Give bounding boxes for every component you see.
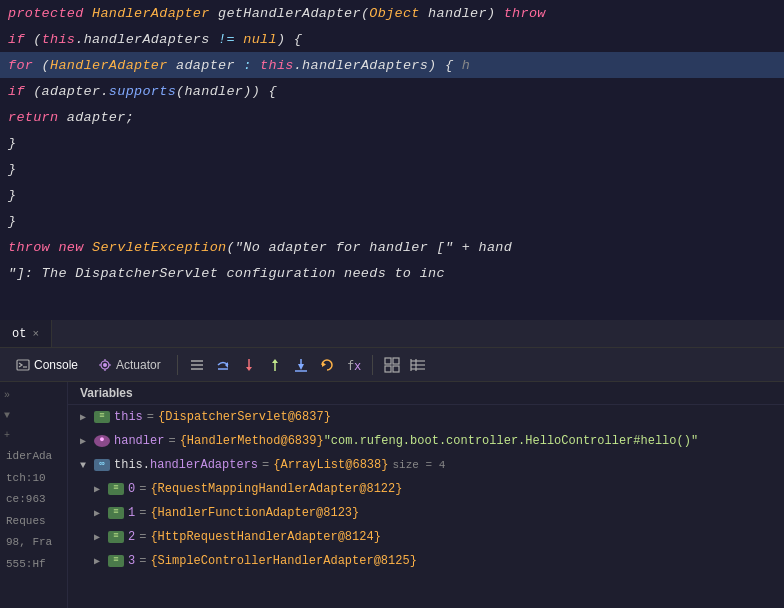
expand-arrow-icon[interactable]: ▶ — [80, 410, 94, 425]
var-value: {SimpleControllerHandlerAdapter@8125} — [150, 552, 416, 570]
left-panel-item: iderAda — [0, 446, 67, 468]
code-line: } — [0, 130, 784, 156]
actuator-icon — [98, 358, 112, 372]
code-line: "]: The DispatcherServlet configuration … — [0, 260, 784, 286]
var-type-icon: ≡ — [108, 531, 124, 543]
svg-rect-25 — [385, 366, 391, 372]
expand-arrow-icon[interactable]: ▶ — [94, 506, 108, 521]
code-line: if (this.handlerAdapters != null) { — [0, 26, 784, 52]
variable-item[interactable]: ▶≡this = {DispatcherServlet@6837} — [68, 405, 784, 429]
svg-point-3 — [103, 363, 107, 367]
svg-rect-26 — [393, 366, 399, 372]
toolbar-separator-1 — [177, 355, 178, 375]
var-name: handler — [114, 432, 164, 450]
var-type-icon: ∞ — [94, 459, 110, 471]
var-name: 0 — [128, 480, 135, 498]
var-equals: = — [262, 456, 269, 474]
variable-item[interactable]: ▶≡0 = {RequestMappingHandlerAdapter@8122… — [68, 477, 784, 501]
var-string-value: "com.rufeng.boot.controller.HelloControl… — [324, 432, 698, 450]
left-panel-item: 98, Fra — [0, 532, 67, 554]
var-name: this — [114, 408, 143, 426]
var-name: 1 — [128, 504, 135, 522]
var-equals: = — [139, 528, 146, 546]
var-type-icon: ≡ — [94, 411, 110, 423]
var-value: {DispatcherServlet@6837} — [158, 408, 331, 426]
svg-marker-20 — [322, 362, 326, 367]
expand-arrow-icon[interactable]: ▶ — [80, 434, 94, 449]
var-equals: = — [139, 480, 146, 498]
code-line: throw new ServletException("No adapter f… — [0, 234, 784, 260]
var-type-icon: ● — [94, 435, 110, 447]
left-panel-item: Reques — [0, 511, 67, 533]
svg-rect-24 — [393, 358, 399, 364]
tab-bar: ot × — [0, 320, 784, 348]
var-type-icon: ≡ — [108, 555, 124, 567]
variable-item[interactable]: ▼∞this.handlerAdapters = {ArrayList@6838… — [68, 453, 784, 477]
expand-arrow-icon[interactable]: ▶ — [94, 554, 108, 569]
code-line: if (adapter.supports(handler)) { — [0, 78, 784, 104]
svg-rect-23 — [385, 358, 391, 364]
variable-item[interactable]: ▶●handler = {HandlerMethod@6839} "com.ru… — [68, 429, 784, 453]
code-line: } — [0, 156, 784, 182]
debug-tab[interactable]: ot × — [0, 320, 52, 347]
code-line: } — [0, 182, 784, 208]
code-line: protected HandlerAdapter getHandlerAdapt… — [0, 0, 784, 26]
actuator-button[interactable]: Actuator — [90, 355, 169, 375]
step-into-button[interactable] — [238, 354, 260, 376]
expand-arrow-icon[interactable]: ▶ — [94, 482, 108, 497]
list-view-button[interactable] — [407, 354, 429, 376]
var-value: {HandlerFunctionAdapter@8123} — [150, 504, 359, 522]
table-view-button[interactable] — [381, 354, 403, 376]
tab-label: ot — [12, 327, 26, 341]
var-name: 2 — [128, 528, 135, 546]
var-value: {HttpRequestHandlerAdapter@8124} — [150, 528, 380, 546]
toolbar-separator-2 — [372, 355, 373, 375]
console-button[interactable]: Console — [8, 355, 86, 375]
variables-panel[interactable]: Variables ▶≡this = {DispatcherServlet@68… — [68, 382, 784, 608]
tab-close-icon[interactable]: × — [32, 328, 39, 340]
format-icon-button[interactable] — [186, 354, 208, 376]
svg-marker-18 — [298, 364, 304, 370]
var-equals: = — [147, 408, 154, 426]
debug-toolbar: Console Actuator — [0, 348, 784, 382]
expand-arrow-icon[interactable]: ▶ — [94, 530, 108, 545]
variable-item[interactable]: ▶≡1 = {HandlerFunctionAdapter@8123} — [68, 501, 784, 525]
var-type-icon: ≡ — [108, 483, 124, 495]
var-equals: = — [139, 552, 146, 570]
var-equals: = — [139, 504, 146, 522]
var-value: {RequestMappingHandlerAdapter@8122} — [150, 480, 402, 498]
var-type-icon: ≡ — [108, 507, 124, 519]
left-panel: » ▼ + iderAdatch:10ce:963Reques98, Fra55… — [0, 382, 68, 608]
var-equals: = — [168, 432, 175, 450]
variable-item[interactable]: ▶≡2 = {HttpRequestHandlerAdapter@8124} — [68, 525, 784, 549]
code-line: } — [0, 208, 784, 234]
step-over-button[interactable] — [212, 354, 234, 376]
restart-button[interactable] — [316, 354, 338, 376]
variables-section: » ▼ + iderAdatch:10ce:963Reques98, Fra55… — [0, 382, 784, 608]
expand-arrow-icon[interactable]: ▼ — [80, 458, 94, 473]
var-name: 3 — [128, 552, 135, 570]
console-icon — [16, 358, 30, 372]
code-editor: protected HandlerAdapter getHandlerAdapt… — [0, 0, 784, 320]
console-label: Console — [34, 358, 78, 372]
svg-marker-16 — [272, 359, 278, 363]
call-stack-items: iderAdatch:10ce:963Reques98, Fra555:Hf — [0, 446, 67, 576]
var-value: {ArrayList@6838} — [273, 456, 388, 474]
debugger-panel: ot × Console Actuator — [0, 320, 784, 608]
left-panel-item: 555:Hf — [0, 554, 67, 576]
run-to-cursor-button[interactable] — [290, 354, 312, 376]
svg-text:x: x — [354, 359, 361, 373]
code-line: return adapter; — [0, 104, 784, 130]
left-panel-item: ce:963 — [0, 489, 67, 511]
variable-item[interactable]: ▶≡3 = {SimpleControllerHandlerAdapter@81… — [68, 549, 784, 573]
evaluate-button[interactable]: fx — [342, 354, 364, 376]
var-size: size = 4 — [392, 457, 445, 474]
step-out-button[interactable] — [264, 354, 286, 376]
var-name: handlerAdapters — [150, 456, 258, 474]
variables-list: ▶≡this = {DispatcherServlet@6837}▶●handl… — [68, 405, 784, 573]
svg-marker-14 — [246, 367, 252, 371]
left-panel-item: tch:10 — [0, 468, 67, 490]
var-value: {HandlerMethod@6839} — [180, 432, 324, 450]
code-line: for (HandlerAdapter adapter : this.handl… — [0, 52, 784, 78]
variables-header: Variables — [68, 382, 784, 405]
